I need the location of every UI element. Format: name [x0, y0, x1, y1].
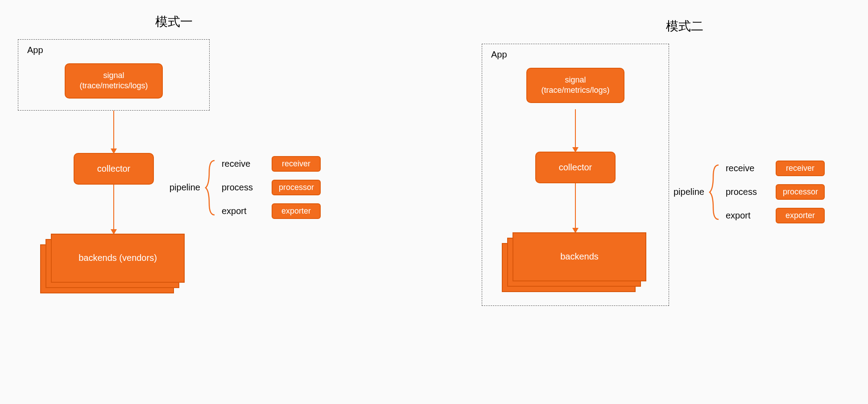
signal-line1: signal [76, 70, 151, 81]
mode-2-backends-stack: backends [502, 232, 649, 295]
curly-brace-icon [205, 159, 217, 217]
pipeline-label: pipeline [674, 187, 704, 197]
stage-verb: receive [726, 163, 766, 173]
mode-2-app-label: App [491, 49, 661, 60]
signal-line2: (trace/metrics/logs) [76, 81, 151, 91]
collector-label: collector [559, 162, 592, 172]
stage-chip-exporter: exporter [272, 203, 321, 219]
mode-2-stage-list: receive receiver process processor expor… [726, 161, 825, 223]
stage-process-row: process processor [222, 180, 321, 195]
backend-card-front: backends [513, 232, 646, 281]
arrow-down-icon [113, 111, 114, 153]
signal-line2: (trace/metrics/logs) [538, 85, 613, 95]
stage-chip-receiver: receiver [776, 161, 825, 176]
collector-label: collector [97, 164, 130, 173]
backend-card-front: backends (vendors) [51, 234, 185, 283]
mode-2-pipeline: pipeline receive receiver process proces… [674, 161, 825, 223]
mode-1-app-label: App [27, 45, 202, 55]
stage-verb: export [222, 206, 262, 216]
mode-1-backends-stack: backends (vendors) [40, 234, 187, 296]
stage-chip-processor: processor [776, 184, 825, 200]
pipeline-label: pipeline [169, 182, 200, 193]
stage-verb: process [222, 182, 262, 193]
stage-verb: export [726, 210, 766, 221]
mode-1-stage-list: receive receiver process processor expor… [222, 156, 321, 219]
stage-export-row: export exporter [726, 208, 825, 223]
mode-1-container: 模式一 App signal (trace/metrics/logs) coll… [18, 13, 330, 296]
stage-process-row: process processor [726, 184, 825, 200]
stage-export-row: export exporter [222, 203, 321, 219]
backends-label: backends (vendors) [79, 253, 157, 263]
mode-1-pipeline: pipeline receive receiver process proces… [169, 156, 321, 219]
signal-line1: signal [538, 75, 613, 85]
arrow-down-icon [575, 183, 576, 232]
stage-chip-processor: processor [272, 180, 321, 195]
mode-2-signal-box: signal (trace/metrics/logs) [526, 68, 624, 103]
mode-1-app-box: App signal (trace/metrics/logs) [18, 39, 210, 111]
mode-1-signal-box: signal (trace/metrics/logs) [65, 63, 163, 99]
stage-receive-row: receive receiver [222, 156, 321, 172]
mode-2-title: 模式二 [522, 18, 847, 35]
stage-receive-row: receive receiver [726, 161, 825, 176]
arrow-down-icon [575, 109, 576, 152]
arrow-down-icon [113, 185, 114, 234]
curly-brace-icon [709, 163, 721, 221]
stage-verb: process [726, 187, 766, 197]
mode-2-app-box: App signal (trace/metrics/logs) collecto… [482, 44, 669, 306]
backends-label: backends [560, 251, 599, 262]
mode-1-collector-box: collector [74, 153, 154, 185]
mode-1-title: 模式一 [18, 13, 330, 30]
stage-chip-receiver: receiver [272, 156, 321, 172]
mode-2-flow-column: signal (trace/metrics/logs) collector ba… [489, 68, 661, 295]
mode-2-collector-box: collector [535, 152, 616, 183]
stage-chip-exporter: exporter [776, 208, 825, 223]
mode-2-container: 模式二 App signal (trace/metrics/logs) coll… [482, 18, 847, 306]
stage-verb: receive [222, 159, 262, 169]
